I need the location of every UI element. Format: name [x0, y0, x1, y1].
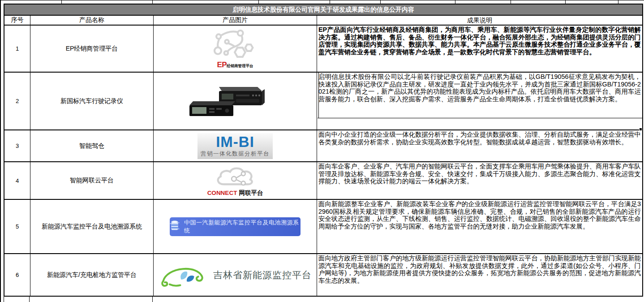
- grid-tick: [618, 0, 618, 4]
- spreadsheet-canvas: 启明信息技术股份有限公司官网关于研发成果露出的信息公开内容 序号 产品名称 产品…: [0, 0, 644, 302]
- table-row: 6 新能源汽车/充电桩地方监管平台: [4, 253, 642, 296]
- product-image-cell[interactable]: CONNECT 网联平台: [153, 162, 317, 199]
- description-cell[interactable]: EP产品面向汽车行业经销商及经销商集团，为商用车、乘用车、新能源等汽车行业伙伴量…: [317, 26, 642, 72]
- product-image-cell[interactable]: EP 经销商管理平台: [153, 26, 317, 72]
- grid-edge-left: [0, 0, 1, 302]
- table-row: 4 智能网联云平台: [4, 161, 642, 199]
- grid-tick: [61, 0, 62, 4]
- grid-tick: [330, 0, 330, 4]
- description-cell[interactable]: 面向中小企业打造的企业级一体化数据分析平台，为企业提供数据收集、治理、分析自助式…: [317, 130, 642, 161]
- ep-logo-subtext: 经销商管理平台: [227, 64, 253, 69]
- product-name-cell[interactable]: 新能源汽车监控平台及电池溯源系统: [30, 200, 153, 253]
- description-cell[interactable]: 面向新能源整车企业客户、新能源改装车企业客户的企业级新能源运行运营监控管理智能网…: [317, 200, 642, 253]
- imbi-logo: IM-BI 营销一体化数据分析平台: [197, 133, 273, 159]
- grid-stub: [4, 296, 4, 302]
- product-image-cell[interactable]: [153, 73, 317, 129]
- page-title: 启明信息技术股份有限公司官网关于研发成果露出的信息公开内容: [4, 6, 642, 14]
- selection-inner-border: [318, 118, 643, 118]
- product-name-cell[interactable]: 智能网联云平台: [30, 162, 153, 199]
- grid-tick: [152, 0, 153, 4]
- imbi-logo-title: IM-BI: [216, 134, 254, 149]
- ep-logo-text: EP: [217, 60, 227, 69]
- header-serial[interactable]: 序号: [4, 16, 30, 25]
- serial-cell[interactable]: 2: [4, 73, 30, 129]
- table-title-row: 启明信息技术股份有限公司官网关于研发成果露出的信息公开内容: [4, 4, 642, 15]
- table-row: 3 智能驾仓 IM-BI 营销一体化数据分析平台 面向中小企业打造的企业级一体化…: [4, 129, 642, 161]
- description-cell[interactable]: 面向车企客户、企业客户、汽车用户的智能网联云平台，全面支撑车企乘用车用户驾乘体验…: [317, 162, 642, 199]
- product-image-cell[interactable]: 中国一汽新能源汽车监控平台及电池溯源系统: [153, 200, 317, 253]
- grid-stub: [152, 296, 153, 302]
- header-description[interactable]: 成果说明: [317, 16, 642, 25]
- header-product-name[interactable]: 产品名称: [30, 16, 153, 25]
- connect-logo-text: CONNECT: [207, 190, 237, 196]
- table-row: 5 新能源汽车监控平台及电池溯源系统: [4, 199, 642, 253]
- serial-cell[interactable]: 4: [4, 162, 30, 199]
- product-name-cell[interactable]: EP经销商管理平台: [30, 26, 153, 72]
- connect-cloud-logo-icon: [209, 164, 262, 190]
- product-image-cell[interactable]: IM-BI 营销一体化数据分析平台: [153, 130, 317, 161]
- table-header-row: 序号 产品名称 产品图片 成果说明: [4, 15, 642, 25]
- description-cell[interactable]: 面向地方政府主管部门客户的地方级新能源运行运营监控管理智能网联云平台，协助新能源…: [317, 254, 642, 296]
- description-cell selected-cell[interactable]: 启明信息技术股份有限公司以北斗前装行驶记录仪前装产品积累为基础，以GB/T190…: [317, 73, 642, 129]
- jilin-ev-logo: 吉林省新能源监控平台: [159, 261, 312, 289]
- product-name-cell[interactable]: 智能驾仓: [30, 130, 153, 161]
- battery-icon: [170, 220, 180, 234]
- product-name-cell[interactable]: 新国标汽车行驶记录仪: [30, 73, 153, 129]
- grid-edge-top: [0, 0, 644, 0]
- grid-tick: [565, 0, 566, 4]
- green-car-leaf-icon: [159, 261, 207, 289]
- serial-cell[interactable]: 6: [4, 254, 30, 296]
- table-row: 2 新国标汽车行驶记录仪: [4, 72, 642, 129]
- selection-fill-handle[interactable]: [639, 128, 642, 131]
- grid-tick: [380, 0, 381, 4]
- serial-cell[interactable]: 1: [4, 26, 30, 72]
- ep-network-logo-icon: [202, 28, 269, 62]
- selection-left-border: [318, 73, 319, 118]
- grid-tick: [511, 0, 511, 4]
- recorder-devices-photo: [185, 84, 286, 119]
- jilin-logo-text: 吉林省新能源监控平台: [213, 269, 312, 281]
- connect-logo-subtext: 网联平台: [239, 189, 263, 197]
- serial-cell[interactable]: 5: [4, 200, 30, 253]
- faw-banner: 中国一汽新能源汽车监控平台及电池溯源系统: [170, 217, 301, 236]
- grid-stub: [29, 296, 30, 302]
- grid-tick: [258, 0, 259, 4]
- product-name-cell[interactable]: 新能源汽车/充电桩地方监管平台: [30, 254, 153, 296]
- grid-tick: [455, 0, 455, 4]
- imbi-logo-subtitle: 营销一体化数据分析平台: [201, 150, 270, 158]
- faw-banner-text: 中国一汽新能源汽车监控平台及电池溯源系统: [184, 219, 301, 235]
- table-row: 1 EP经销商管理平台: [4, 25, 642, 72]
- header-product-image[interactable]: 产品图片: [153, 16, 317, 25]
- serial-cell[interactable]: 3: [4, 130, 30, 161]
- product-image-cell[interactable]: 吉林省新能源监控平台: [153, 254, 317, 296]
- disclosure-table: 启明信息技术股份有限公司官网关于研发成果露出的信息公开内容 序号 产品名称 产品…: [4, 4, 643, 297]
